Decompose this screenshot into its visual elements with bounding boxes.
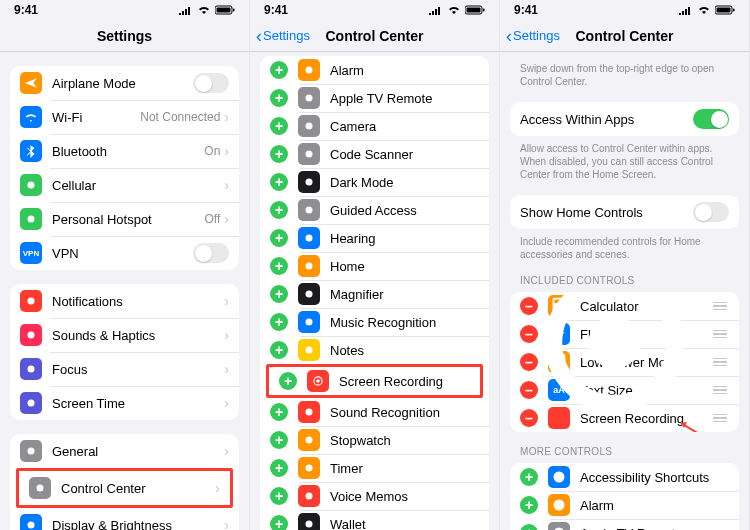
addrow-voice-memos[interactable]: +Voice Memos <box>260 482 489 510</box>
row-notifications[interactable]: Notifications› <box>10 284 239 318</box>
addrow-apple-tv-remote[interactable]: +Apple TV Remote <box>260 84 489 112</box>
settings-scroll[interactable]: Airplane ModeWi-FiNot Connected›Bluetoot… <box>0 52 249 530</box>
row-label: Flashlight <box>580 327 711 342</box>
add-badge[interactable]: + <box>270 173 288 191</box>
addrow-hearing[interactable]: +Hearing <box>260 224 489 252</box>
incrow-calculator[interactable]: –Calculator <box>510 292 739 320</box>
row-cellular[interactable]: Cellular› <box>10 168 239 202</box>
remove-badge[interactable]: – <box>520 325 538 343</box>
status-indicators <box>179 5 235 15</box>
row-label: Magnifier <box>330 287 479 302</box>
add-badge[interactable]: + <box>270 201 288 219</box>
add-badge[interactable]: + <box>279 372 297 390</box>
back-button[interactable]: ‹Settings <box>256 20 310 51</box>
status-indicators <box>679 5 735 15</box>
cc-scroll[interactable]: Swipe down from the top-right edge to op… <box>500 52 749 530</box>
toggle[interactable] <box>193 243 229 263</box>
row-vpn[interactable]: VPNVPN <box>10 236 239 270</box>
row-bluetooth[interactable]: BluetoothOn› <box>10 134 239 168</box>
addrow-alarm[interactable]: +Alarm <box>260 56 489 84</box>
addrow-magnifier[interactable]: +Magnifier <box>260 280 489 308</box>
page-title: Control Center <box>576 28 674 44</box>
wi-fi-icon <box>20 106 42 128</box>
addrow-guided-access[interactable]: +Guided Access <box>260 196 489 224</box>
addrow-sound-recognition[interactable]: +Sound Recognition <box>260 398 489 426</box>
morerow-accessibility-shortcuts[interactable]: +Accessibility Shortcuts <box>510 463 739 491</box>
row-wi-fi[interactable]: Wi-FiNot Connected› <box>10 100 239 134</box>
toggle-access-within-apps[interactable] <box>693 109 729 129</box>
row-personal-hotspot[interactable]: Personal HotspotOff› <box>10 202 239 236</box>
drag-handle-icon[interactable] <box>711 302 729 311</box>
row-display-brightness[interactable]: Display & Brightness› <box>10 508 239 530</box>
add-badge[interactable]: + <box>520 468 538 486</box>
incrow-screen-recording[interactable]: –Screen Recording <box>510 404 739 432</box>
svg-point-28 <box>306 347 313 354</box>
row-focus[interactable]: Focus› <box>10 352 239 386</box>
add-badge[interactable]: + <box>270 341 288 359</box>
add-badge[interactable]: + <box>270 313 288 331</box>
row-show-home-controls[interactable]: Show Home Controls <box>510 195 739 229</box>
incrow-text-size[interactable]: –aAText Size <box>510 376 739 404</box>
add-badge[interactable]: + <box>270 229 288 247</box>
drag-handle-icon[interactable] <box>711 386 729 395</box>
add-badge[interactable]: + <box>270 285 288 303</box>
row-sounds-haptics[interactable]: Sounds & Haptics› <box>10 318 239 352</box>
back-button[interactable]: ‹Settings <box>506 20 560 51</box>
remove-badge[interactable]: – <box>520 297 538 315</box>
remove-badge[interactable]: – <box>520 353 538 371</box>
morerow-alarm[interactable]: +Alarm <box>510 491 739 519</box>
addrow-screen-recording[interactable]: +Screen Recording <box>269 367 480 395</box>
addrow-stopwatch[interactable]: +Stopwatch <box>260 426 489 454</box>
drag-handle-icon[interactable] <box>711 358 729 367</box>
add-badge[interactable]: + <box>270 61 288 79</box>
chevron-right-icon: › <box>224 327 229 343</box>
remove-badge[interactable]: – <box>520 409 538 427</box>
row-airplane-mode[interactable]: Airplane Mode <box>10 66 239 100</box>
code-scanner-icon <box>298 143 320 165</box>
addrow-dark-mode[interactable]: +Dark Mode <box>260 168 489 196</box>
incrow-flashlight[interactable]: –Flashlight <box>510 320 739 348</box>
add-badge[interactable]: + <box>270 89 288 107</box>
screen-recording-icon <box>548 407 570 429</box>
svg-point-33 <box>306 465 313 472</box>
screen-settings-root: 9:41 Settings Airplane ModeWi-FiNot Conn… <box>0 0 250 530</box>
hearing-icon <box>298 227 320 249</box>
apple-tv-remote-icon <box>548 522 570 530</box>
toggle[interactable] <box>193 73 229 93</box>
row-control-center[interactable]: Control Center› <box>19 471 230 505</box>
toggle-show-home-controls[interactable] <box>693 202 729 222</box>
row-access-within-apps[interactable]: Access Within Apps <box>510 102 739 136</box>
add-badge[interactable]: + <box>520 524 538 530</box>
morerow-apple-tv-remote[interactable]: +Apple TV Remote <box>510 519 739 530</box>
add-badge[interactable]: + <box>270 403 288 421</box>
addrow-notes[interactable]: +Notes <box>260 336 489 364</box>
addrow-timer[interactable]: +Timer <box>260 454 489 482</box>
add-badge[interactable]: + <box>270 431 288 449</box>
add-badge[interactable]: + <box>270 459 288 477</box>
addrow-music-recognition[interactable]: +Music Recognition <box>260 308 489 336</box>
addrow-code-scanner[interactable]: +Code Scanner <box>260 140 489 168</box>
add-badge[interactable]: + <box>270 145 288 163</box>
row-label: Bluetooth <box>52 144 204 159</box>
row-general[interactable]: General› <box>10 434 239 468</box>
opt-home-group: Show Home Controls <box>510 195 739 229</box>
incrow-low-power-mode[interactable]: –Low Power Mode <box>510 348 739 376</box>
addlist-scroll[interactable]: +Alarm+Apple TV Remote+Camera+Code Scann… <box>250 52 499 530</box>
drag-handle-icon[interactable] <box>711 330 729 339</box>
addrow-home[interactable]: +Home <box>260 252 489 280</box>
add-badge[interactable]: + <box>270 487 288 505</box>
addrow-camera[interactable]: +Camera <box>260 112 489 140</box>
add-badge[interactable]: + <box>270 515 288 530</box>
drag-handle-icon[interactable] <box>711 414 729 423</box>
status-bar: 9:41 <box>500 0 749 20</box>
chevron-right-icon: › <box>224 361 229 377</box>
add-badge[interactable]: + <box>270 257 288 275</box>
addrow-wallet[interactable]: +Wallet <box>260 510 489 530</box>
navbar: Settings <box>0 20 249 52</box>
add-badge[interactable]: + <box>270 117 288 135</box>
add-badge[interactable]: + <box>520 496 538 514</box>
dark-mode-icon <box>298 171 320 193</box>
opt2-note: Include recommended controls for Home ac… <box>520 235 729 261</box>
remove-badge[interactable]: – <box>520 381 538 399</box>
row-screen-time[interactable]: Screen Time› <box>10 386 239 420</box>
